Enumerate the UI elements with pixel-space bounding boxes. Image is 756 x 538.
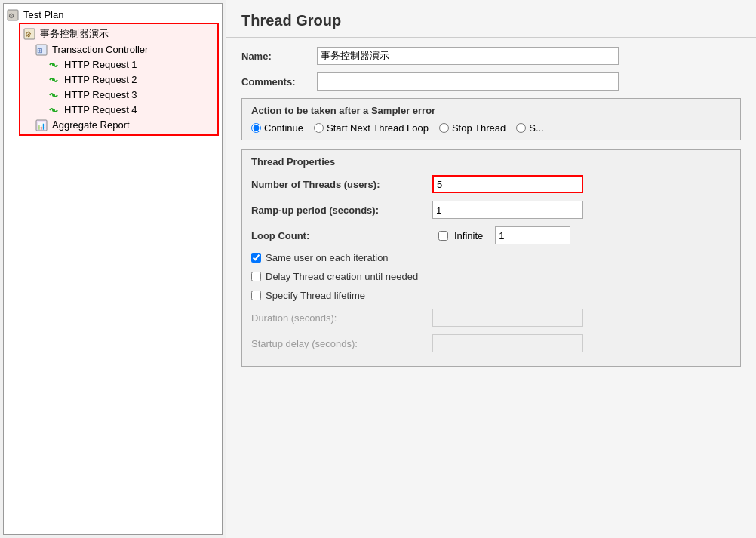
ramp-up-label: Ramp-up period (seconds):: [251, 204, 432, 216]
panel-title: Thread Group: [226, 0, 756, 38]
duration-label: Duration (seconds):: [251, 312, 432, 324]
svg-text:⚙: ⚙: [25, 30, 32, 38]
same-user-checkbox[interactable]: [251, 253, 261, 263]
name-input[interactable]: [317, 47, 619, 65]
transaction-controller-item[interactable]: ⊞ Transaction Controller: [35, 42, 214, 57]
radio-stop-thread[interactable]: Stop Thread: [439, 122, 506, 134]
left-panel: ⚙ Test Plan ⚙ 事务控制器演示: [0, 0, 226, 538]
radio-start-next-label: Start Next Thread Loop: [327, 122, 429, 134]
same-user-label: Same user on each iteration: [266, 252, 389, 263]
svg-point-6: [52, 63, 55, 66]
delay-creation-checkbox[interactable]: [251, 272, 261, 281]
aggregate-report-icon: 📊: [35, 119, 49, 131]
http-requests-children: HTTP Request 1 HTTP Re: [35, 57, 214, 118]
radio-stop-thread-input[interactable]: [439, 123, 449, 133]
http-request-1-label: HTTP Request 1: [64, 59, 137, 70]
name-label: Name:: [241, 51, 317, 62]
loop-infinite-label: Infinite: [454, 230, 483, 241]
svg-text:⚙: ⚙: [8, 12, 14, 20]
duration-input[interactable]: [432, 309, 583, 327]
delay-creation-label: Delay Thread creation until needed: [266, 271, 418, 282]
right-panel: Thread Group Name: Comments: Action to b…: [226, 0, 756, 538]
root-node-icon: ⚙: [23, 28, 37, 40]
radio-stop-test-input[interactable]: [516, 123, 526, 133]
http-request-3-label: HTTP Request 3: [64, 89, 137, 100]
svg-text:📊: 📊: [37, 121, 46, 131]
specify-lifetime-row: Specify Thread lifetime: [251, 290, 731, 301]
radio-stop-thread-label: Stop Thread: [452, 122, 506, 134]
root-node-item[interactable]: ⚙ 事务控制器演示: [23, 26, 214, 42]
comments-input[interactable]: [317, 72, 619, 91]
test-plan-row[interactable]: ⚙ Test Plan: [7, 7, 219, 23]
http-request-4-item[interactable]: HTTP Request 4: [48, 103, 214, 118]
name-row: Name:: [241, 47, 741, 65]
radio-stop-test-label: S...: [529, 122, 544, 134]
svg-point-9: [52, 109, 55, 112]
ramp-up-row: Ramp-up period (seconds):: [251, 201, 731, 219]
error-action-section: Action to be taken after a Sampler error…: [241, 98, 741, 140]
http-request-1-item[interactable]: HTTP Request 1: [48, 57, 214, 72]
specify-lifetime-checkbox[interactable]: [251, 291, 261, 300]
http-request-4-icon: [48, 104, 61, 116]
aggregate-report-label: Aggregate Report: [52, 119, 130, 131]
root-node-highlighted: ⚙ 事务控制器演示: [19, 23, 219, 136]
radio-start-next[interactable]: Start Next Thread Loop: [314, 122, 429, 134]
specify-lifetime-label: Specify Thread lifetime: [266, 290, 365, 301]
delay-creation-row: Delay Thread creation until needed: [251, 271, 731, 282]
thread-properties-title: Thread Properties: [251, 156, 731, 168]
comments-label: Comments:: [241, 76, 317, 88]
ramp-up-input[interactable]: [432, 201, 583, 219]
transaction-controller-node: ⊞ Transaction Controller: [35, 42, 214, 118]
duration-row: Duration (seconds):: [251, 309, 731, 327]
svg-point-8: [52, 94, 55, 97]
test-plan-label: Test Plan: [23, 9, 63, 20]
test-plan-icon: ⚙: [7, 8, 20, 21]
radio-continue-label: Continue: [264, 122, 303, 134]
http-request-2-label: HTTP Request 2: [64, 74, 137, 85]
num-threads-input[interactable]: [432, 175, 583, 193]
radio-start-next-input[interactable]: [314, 123, 324, 133]
transaction-controller-label: Transaction Controller: [52, 44, 148, 55]
tree-container: ⚙ Test Plan ⚙ 事务控制器演示: [3, 3, 223, 535]
http-request-4-label: HTTP Request 4: [64, 104, 137, 115]
startup-delay-label: Startup delay (seconds):: [251, 338, 432, 349]
error-action-radio-group: Continue Start Next Thread Loop Stop Thr…: [251, 122, 731, 134]
startup-delay-input[interactable]: [432, 334, 583, 352]
http-request-1-icon: [48, 59, 61, 71]
test-plan-root: ⚙ Test Plan ⚙ 事务控制器演示: [7, 7, 219, 136]
thread-properties-section: Thread Properties Number of Threads (use…: [241, 149, 741, 367]
num-threads-row: Number of Threads (users):: [251, 175, 731, 193]
loop-count-row: Loop Count: Infinite: [251, 226, 731, 244]
comments-row: Comments:: [241, 72, 741, 91]
tree-children-root: ⚙ 事务控制器演示: [7, 23, 219, 136]
form-body: Name: Comments: Action to be taken after…: [226, 38, 756, 383]
startup-delay-row: Startup delay (seconds):: [251, 334, 731, 352]
http-request-3-icon: [48, 89, 61, 101]
radio-stop-test[interactable]: S...: [516, 122, 544, 134]
num-threads-label: Number of Threads (users):: [251, 179, 432, 190]
transaction-controller-icon: ⊞: [35, 44, 49, 56]
http-request-2-item[interactable]: HTTP Request 2: [48, 72, 214, 88]
same-user-row: Same user on each iteration: [251, 252, 731, 263]
radio-continue-input[interactable]: [251, 123, 261, 133]
loop-count-label: Loop Count:: [251, 230, 432, 241]
aggregate-report-item[interactable]: 📊 Aggregate Report: [35, 118, 214, 133]
root-node-children: ⊞ Transaction Controller: [23, 42, 214, 133]
root-node-label: 事务控制器演示: [40, 27, 109, 41]
svg-point-7: [52, 78, 55, 81]
http-request-2-icon: [48, 74, 61, 86]
loop-infinite-checkbox[interactable]: [438, 231, 448, 241]
http-request-3-item[interactable]: HTTP Request 3: [48, 88, 214, 103]
loop-count-input[interactable]: [495, 226, 570, 244]
svg-text:⊞: ⊞: [37, 47, 43, 54]
error-action-title: Action to be taken after a Sampler error: [251, 105, 731, 116]
radio-continue[interactable]: Continue: [251, 122, 303, 134]
